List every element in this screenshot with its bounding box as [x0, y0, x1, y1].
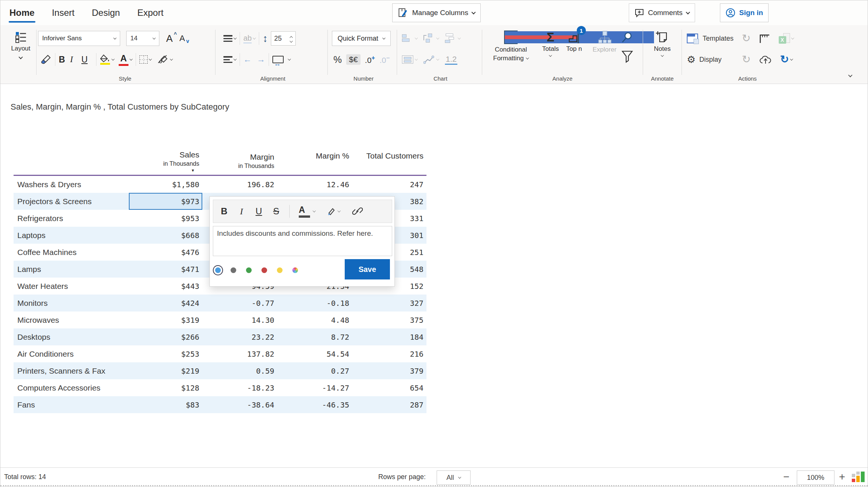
sales-cell[interactable]: $266: [129, 328, 202, 345]
customers-cell[interactable]: 216: [352, 345, 426, 362]
display-button[interactable]: ⚙ Display: [687, 55, 721, 64]
margin-cell[interactable]: 137.82: [202, 345, 277, 362]
customers-cell[interactable]: 247: [352, 176, 426, 193]
margin-cell[interactable]: -0.77: [202, 295, 277, 311]
cloud-upload-icon[interactable]: [759, 55, 772, 64]
hierarchy-chart-button[interactable]: [423, 34, 439, 43]
header-total-customers[interactable]: Total Customers: [352, 144, 426, 175]
sparkline-button[interactable]: [423, 55, 439, 64]
note-strikethrough-button[interactable]: S: [272, 206, 280, 217]
wrap-text-button[interactable]: ↔: [272, 56, 290, 63]
number-format-chart-button[interactable]: 1.2: [445, 55, 457, 65]
explorer-button[interactable]: Explorer: [593, 31, 616, 53]
sales-cell[interactable]: $476: [129, 244, 202, 261]
note-color-dot[interactable]: [231, 267, 236, 273]
collapse-ribbon-chevron[interactable]: [848, 73, 852, 77]
row-label-cell[interactable]: Air Conditioners: [14, 345, 129, 362]
row-label-cell[interactable]: Computers Accessories: [14, 379, 129, 396]
note-color-dot[interactable]: [261, 267, 267, 273]
note-highlight-button[interactable]: [324, 207, 340, 215]
customers-cell[interactable]: 379: [352, 362, 426, 379]
margin-pct-cell[interactable]: 12.46: [277, 176, 352, 193]
note-font-color-button[interactable]: A: [299, 205, 315, 218]
ribbon-tab[interactable]: Export: [136, 2, 164, 23]
margin-pct-cell[interactable]: 0.27: [277, 362, 352, 379]
row-label-cell[interactable]: Washers & Dryers: [14, 176, 129, 193]
row-label-cell[interactable]: Fans: [14, 396, 129, 413]
customers-cell[interactable]: 184: [352, 328, 426, 345]
row-height-stepper[interactable]: 25: [271, 31, 296, 46]
margin-pct-cell[interactable]: 8.72: [277, 328, 352, 345]
font-size-select[interactable]: 14: [126, 31, 159, 46]
row-label-cell[interactable]: Laptops: [14, 227, 129, 244]
search-button[interactable]: [621, 31, 633, 43]
stepper-arrows[interactable]: [290, 35, 292, 42]
ribbon-tab[interactable]: Home: [9, 2, 35, 23]
margin-pct-cell[interactable]: -0.18: [277, 295, 352, 311]
margin-cell[interactable]: -38.64: [202, 396, 277, 413]
format-painter-button[interactable]: [40, 54, 52, 65]
margin-pct-cell[interactable]: 4.48: [277, 311, 352, 328]
currency-format-button[interactable]: $€: [346, 54, 360, 65]
conditional-formatting-button[interactable]: Conditional Formatting: [493, 31, 529, 62]
comments-button[interactable]: Comments: [629, 3, 695, 22]
note-color-dot[interactable]: [246, 267, 252, 273]
sign-in-button[interactable]: Sign in: [720, 3, 769, 22]
margin-pct-cell[interactable]: -14.27: [277, 379, 352, 396]
note-text-input[interactable]: Includes discounts and commissions. Refe…: [213, 226, 392, 256]
sales-cell[interactable]: $319: [129, 311, 202, 328]
customers-cell[interactable]: 654: [352, 379, 426, 396]
ribbon-tab[interactable]: Insert: [51, 2, 75, 23]
ribbon-tab[interactable]: Design: [91, 2, 121, 23]
sales-cell[interactable]: $219: [129, 362, 202, 379]
decrease-indent-button[interactable]: ←: [243, 55, 252, 64]
sales-cell[interactable]: $471: [129, 261, 202, 278]
note-italic-button[interactable]: I: [237, 206, 246, 217]
top-n-button[interactable]: 1 Top n: [566, 31, 582, 53]
decrease-font-button[interactable]: Av: [179, 34, 185, 43]
margin-pct-cell[interactable]: -46.35: [277, 396, 352, 413]
refresh-button[interactable]: ↻: [780, 54, 793, 65]
sales-cell[interactable]: $83: [129, 396, 202, 413]
sort-descending-icon[interactable]: ▼: [191, 168, 195, 173]
italic-button[interactable]: I: [70, 55, 81, 64]
row-label-cell[interactable]: Water Heaters: [14, 278, 129, 295]
margin-cell[interactable]: 14.30: [202, 311, 277, 328]
export-excel-button[interactable]: X: [779, 33, 794, 44]
templates-button[interactable]: Templates: [687, 34, 734, 43]
increase-font-button[interactable]: A^: [166, 33, 173, 44]
font-name-select[interactable]: Inforiver Sans: [38, 31, 120, 46]
row-label-cell[interactable]: Desktops: [14, 328, 129, 345]
note-underline-button[interactable]: U: [255, 206, 263, 217]
row-label-cell[interactable]: Monitors: [14, 295, 129, 311]
decrease-decimal-button[interactable]: .0−: [379, 55, 390, 65]
ruler-icon[interactable]: [759, 33, 770, 44]
totals-button[interactable]: Σ Totals: [542, 31, 559, 57]
font-color-button[interactable]: A: [119, 53, 132, 66]
horizontal-align-button[interactable]: [223, 56, 236, 63]
margin-cell[interactable]: 23.22: [202, 328, 277, 345]
header-margin[interactable]: Margin in Thousands: [202, 144, 277, 175]
percent-format-button[interactable]: %: [333, 54, 342, 65]
bold-button[interactable]: B: [59, 55, 70, 65]
row-label-cell[interactable]: Projectors & Screens: [14, 193, 129, 210]
sales-cell[interactable]: $953: [129, 210, 202, 227]
vertical-align-button[interactable]: [223, 35, 236, 42]
header-sales[interactable]: Sales in Thousands ▼: [129, 144, 202, 175]
sales-cell[interactable]: $424: [129, 295, 202, 311]
sales-cell[interactable]: $668: [129, 227, 202, 244]
text-overflow-button[interactable]: ab: [243, 34, 255, 43]
quick-format-button[interactable]: Quick Format: [332, 31, 391, 46]
zoom-in-button[interactable]: +: [839, 471, 845, 483]
manage-columns-button[interactable]: Manage Columns: [392, 3, 481, 22]
borders-button[interactable]: [139, 55, 151, 64]
margin-cell[interactable]: 196.82: [202, 176, 277, 193]
note-color-dot[interactable]: [292, 267, 298, 273]
sales-cell[interactable]: $253: [129, 345, 202, 362]
header-subcategory[interactable]: [14, 144, 129, 175]
note-color-dot[interactable]: [277, 267, 283, 273]
customers-cell[interactable]: 327: [352, 295, 426, 311]
sales-cell[interactable]: $1,580: [129, 176, 202, 193]
filter-button[interactable]: [621, 50, 633, 63]
sales-cell[interactable]: $128: [129, 379, 202, 396]
